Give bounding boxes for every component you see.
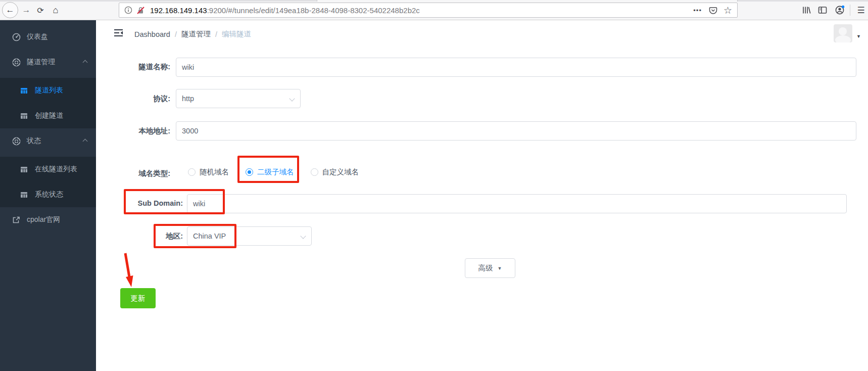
chevron-down-icon	[300, 233, 306, 239]
sidebar-item-label: 在线隧道列表	[35, 165, 77, 174]
avatar-caret-down-icon[interactable]: ▼	[856, 34, 861, 39]
table-icon	[20, 165, 29, 174]
sidebar-group-tunnel-management[interactable]: 隧道管理	[0, 50, 96, 75]
region-label: 地区:	[109, 231, 183, 241]
radio-circle-icon[interactable]	[188, 168, 196, 176]
browser-toolbar: ← → ⟳ ⌂	[0, 0, 868, 20]
sidebar-item-create-tunnel[interactable]: 创建隧道	[0, 103, 96, 128]
sidebars-icon[interactable]	[816, 4, 829, 16]
hamburger-menu-icon[interactable]: ☰	[855, 4, 867, 16]
table-icon	[20, 191, 29, 199]
sidebar-item-label: 隧道列表	[35, 86, 63, 95]
region-select[interactable]: China VIP	[187, 226, 312, 246]
home-button[interactable]: ⌂	[50, 4, 62, 16]
page-actions-icon[interactable]: •••	[693, 7, 702, 14]
sidebar-item-label: 创建隧道	[35, 111, 63, 120]
update-button[interactable]: 更新	[120, 288, 156, 308]
protocol-label: 协议:	[96, 94, 170, 104]
radio-label: 随机域名	[200, 167, 229, 177]
sidebar-item-online-tunnel-list[interactable]: 在线隧道列表	[0, 157, 96, 182]
sidebar-group-label: 状态	[27, 136, 41, 146]
external-link-icon	[12, 216, 21, 224]
sidebar-item-system-status[interactable]: 系统状态	[0, 182, 96, 207]
tunnel-name-input[interactable]	[176, 58, 856, 77]
radio-circle-icon[interactable]	[246, 168, 253, 176]
chevron-up-icon	[83, 60, 88, 65]
radio-custom-domain[interactable]: 自定义域名	[311, 167, 359, 177]
advanced-button[interactable]: 高级 ▼	[465, 258, 515, 278]
table-icon	[20, 112, 29, 120]
sidebar-item-tunnel-list[interactable]: 隧道列表	[0, 78, 96, 103]
sub-domain-input[interactable]	[187, 194, 847, 213]
sidebar-item-dashboard[interactable]: 仪表盘	[0, 24, 96, 50]
protocol-select[interactable]: http	[176, 89, 301, 108]
radio-subdomain[interactable]: 二级子域名	[246, 167, 294, 177]
life-ring-icon	[12, 58, 21, 67]
protocol-select-value: http	[182, 95, 194, 103]
site-info-icon[interactable]	[124, 6, 132, 14]
local-address-input[interactable]	[176, 121, 856, 141]
breadcrumb-separator: /	[175, 30, 177, 38]
radio-label: 二级子域名	[257, 167, 294, 177]
sidebar-group-status[interactable]: 状态	[0, 128, 96, 154]
url-path: :9200/#/tunnels/edit/149ea18b-2848-4098-…	[207, 6, 420, 15]
library-icon[interactable]	[800, 4, 812, 16]
sidebar: 仪表盘 隧道管理 隧道列表	[0, 20, 96, 371]
account-icon[interactable]	[834, 4, 846, 16]
screen: ← → ⟳ ⌂	[0, 0, 868, 371]
radio-random-domain[interactable]: 随机域名	[188, 167, 229, 177]
url-text[interactable]: 192.168.149.143:9200/#/tunnels/edit/149e…	[150, 6, 420, 15]
domain-type-radio-group: 随机域名 二级子域名 自定义域名	[188, 167, 359, 177]
annotation-arrow	[119, 252, 137, 291]
life-ring-icon	[12, 137, 21, 146]
toolbar-divider	[850, 5, 850, 16]
sidebar-item-label: cpolar官网	[27, 215, 60, 224]
sidebar-item-label: 系统状态	[35, 190, 63, 199]
forward-button[interactable]: →	[20, 4, 32, 16]
pocket-icon[interactable]	[709, 6, 717, 15]
sidebar-item-label: 仪表盘	[27, 32, 48, 41]
breadcrumb-tunnel-management[interactable]: 隧道管理	[181, 29, 211, 39]
avatar[interactable]	[834, 24, 852, 42]
sidebar-item-cpolar-website[interactable]: cpolar官网	[0, 207, 96, 233]
sub-domain-label: Sub Domain:	[109, 199, 183, 207]
url-host: 192.168.149.143	[150, 6, 207, 15]
url-bar[interactable]: 192.168.149.143:9200/#/tunnels/edit/149e…	[119, 3, 738, 18]
chevron-down-icon	[289, 96, 295, 101]
domain-type-label: 域名类型:	[96, 169, 170, 178]
reload-button[interactable]: ⟳	[34, 4, 46, 16]
breadcrumb-dashboard[interactable]: Dashboard	[134, 30, 170, 38]
sidebar-submenu-status: 在线隧道列表 系统状态	[0, 157, 96, 207]
dashboard-gauge-icon	[12, 33, 21, 41]
back-button[interactable]: ←	[2, 2, 18, 18]
local-address-label: 本地地址:	[96, 126, 170, 136]
caret-down-icon: ▼	[498, 266, 502, 271]
radio-circle-icon[interactable]	[311, 168, 318, 176]
breadcrumb-separator: /	[215, 30, 217, 38]
advanced-button-label: 高级	[478, 263, 493, 273]
tab-strip	[0, 0, 868, 2]
sidebar-submenu-tunnel: 隧道列表 创建隧道	[0, 78, 96, 128]
tunnel-name-label: 隧道名称:	[96, 62, 170, 72]
menu-fold-icon[interactable]	[114, 29, 123, 39]
radio-label: 自定义域名	[322, 167, 359, 177]
breadcrumb: Dashboard / 隧道管理 / 编辑隧道	[134, 29, 251, 39]
insecure-lock-icon[interactable]	[136, 6, 145, 15]
region-select-value: China VIP	[193, 232, 226, 240]
active-tab-edge	[317, 0, 738, 2]
chevron-up-icon	[83, 139, 88, 144]
sidebar-group-label: 隧道管理	[27, 58, 55, 67]
breadcrumb-edit-tunnel: 编辑隧道	[222, 29, 251, 39]
bookmark-star-icon[interactable]: ☆	[724, 5, 732, 16]
table-icon	[20, 86, 29, 95]
main-content: Dashboard / 隧道管理 / 编辑隧道 ▼ 隧道名称: 协议: http…	[96, 20, 868, 371]
